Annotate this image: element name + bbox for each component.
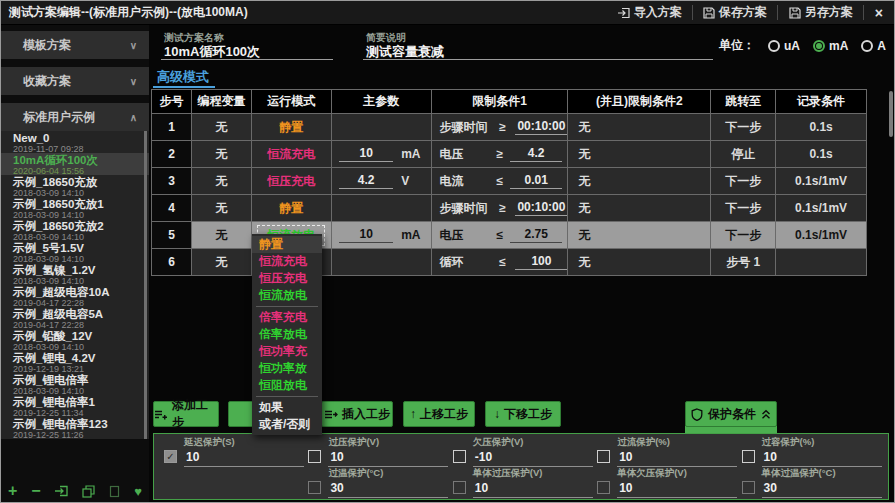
menu-item-如果[interactable]: 如果 [252,399,322,416]
main-param-input[interactable]: 10 [339,227,393,243]
main-param-cell[interactable]: 10mA [332,141,432,168]
plan-list-item[interactable]: 示例_锂电倍率2018-03-09 14:10 [1,373,149,395]
program-variable-cell[interactable]: 无 [192,114,252,141]
limit-condition1-cell[interactable]: 电压≤2.75V [432,222,569,249]
record-condition-cell[interactable] [776,249,867,276]
run-mode-value[interactable]: 静置 [279,200,303,217]
condition-value-input[interactable]: 0.01 [510,173,562,189]
run-mode-cell[interactable]: 静置 [252,195,332,222]
condition-value-input[interactable]: 00:10:00 [515,200,567,216]
titlebar-action-导入方案[interactable]: 导入方案 [607,5,693,20]
main-param-cell[interactable] [332,249,432,276]
jump-to-cell[interactable]: 下一步 [711,195,776,222]
record-condition-cell[interactable]: 0.1s/1mV [776,195,867,222]
plan-list-item[interactable]: 示例_锂电倍率12019-12-25 11:34 [1,395,149,417]
run-mode-cell[interactable]: 恒压充电 [252,168,332,195]
plan-list-item[interactable]: 示例_5号1.5V2018-03-09 14:10 [1,241,149,263]
run-mode-cell[interactable]: 恒流充电 [252,141,332,168]
run-mode-value[interactable]: 静置 [279,119,303,136]
limit-condition2-cell[interactable]: 无 [568,168,711,195]
unit-option-mA[interactable]: mA [813,39,848,53]
main-param-cell[interactable]: 4.2V [332,168,432,195]
checkbox-icon[interactable] [308,481,321,494]
protection-field-input[interactable]: 30 [762,480,882,498]
program-variable-cell[interactable]: 无 [192,195,252,222]
limit-condition1-cell[interactable]: 电压≥4.2V [432,141,569,168]
button-下移工步[interactable]: ↓下移工步 [485,401,561,427]
radio-icon[interactable] [813,40,825,52]
unit-option-uA[interactable]: uA [768,39,800,53]
titlebar-action-保存方案[interactable]: 保存方案 [693,5,778,20]
radio-icon[interactable] [861,40,873,52]
protection-field-input[interactable]: -10 [473,449,593,467]
menu-item-恒流充电[interactable]: 恒流充电 [252,253,322,270]
jump-to-cell[interactable]: 下一步 [711,114,776,141]
condition-value-input[interactable]: 100 [515,254,567,270]
limit-condition2-cell[interactable]: 无 [568,249,711,276]
run-mode-value[interactable]: 恒流充电 [267,146,315,163]
main-param-cell[interactable]: 10mA [332,222,432,249]
menu-item-或者/否则[interactable]: 或者/否则 [252,416,322,433]
radio-icon[interactable] [768,40,780,52]
protection-field-input[interactable]: 10 [762,449,882,467]
unit-option-A[interactable]: A [861,39,886,53]
menu-item-恒压充电[interactable]: 恒压充电 [252,270,322,287]
record-condition-cell[interactable]: 0.1s [776,114,867,141]
condition-value-input[interactable]: 00:10:00 [515,119,567,135]
jump-to-cell[interactable]: 下一步 [711,168,776,195]
limit-condition2-cell[interactable]: 无 [568,141,711,168]
menu-item-恒功率放[interactable]: 恒功率放 [252,360,322,377]
table-scrollbar[interactable] [889,91,893,137]
record-condition-cell[interactable]: 0.1s/1mV [776,168,867,195]
run-mode-value[interactable]: 恒压充电 [267,173,315,190]
plan-list-item[interactable]: 示例_超级电容10A2019-04-17 22:28 [1,285,149,307]
protection-field-input[interactable]: 10 [328,449,448,467]
plan-list-item[interactable]: 示例_18650充放12018-03-09 14:10 [1,197,149,219]
condition-value-input[interactable]: 4.2 [510,146,562,162]
program-variable-cell[interactable]: 无 [192,141,252,168]
record-condition-cell[interactable]: 0.1s/1mV [776,222,867,249]
checkbox-checked-icon[interactable]: ✓ [164,450,177,463]
checkbox-icon[interactable] [453,450,466,463]
close-icon[interactable]: × [864,5,894,21]
checkbox-icon[interactable] [453,481,466,494]
protection-field-input[interactable]: 10 [184,449,304,467]
checkbox-icon[interactable] [308,450,321,463]
limit-condition2-cell[interactable]: 无 [568,114,711,141]
checkbox-icon[interactable] [742,481,755,494]
main-param-input[interactable]: 10 [339,146,393,162]
main-param-cell[interactable] [332,114,432,141]
run-mode-cell[interactable]: 静置 [252,114,332,141]
limit-condition1-cell[interactable]: 电流≤0.01mA [432,168,569,195]
plan-list-item[interactable]: 示例_18650充放22018-03-09 14:10 [1,219,149,241]
menu-item-恒功率充[interactable]: 恒功率充 [252,343,322,360]
checkbox-icon[interactable] [597,481,610,494]
sidebar-section-收藏方案[interactable]: 收藏方案∨ [1,67,149,95]
program-variable-cell[interactable]: 无 [192,168,252,195]
limit-condition2-cell[interactable]: 无 [568,195,711,222]
limit-condition1-cell[interactable]: 步骤时间≥00:10:00 [432,195,569,222]
plan-list-item[interactable]: 示例_铅酸_12V2018-03-09 14:10 [1,329,149,351]
menu-item-恒流放电[interactable]: 恒流放电 [252,287,322,304]
protection-toggle-button[interactable]: 保护条件 [685,401,777,427]
button-上移工步[interactable]: ↑上移工步 [403,401,475,427]
plan-list-item[interactable]: 示例_超级电容5A2019-04-17 22:28 [1,307,149,329]
limit-condition1-cell[interactable]: 循环≤100 [432,249,569,276]
plan-list-item[interactable]: 示例_锂电倍率1232019-12-25 11:26 [1,417,149,439]
limit-condition2-cell[interactable]: 无 [568,222,711,249]
plan-list-item[interactable]: New_02019-11-07 09:28 [1,131,149,153]
menu-item-倍率放电[interactable]: 倍率放电 [252,326,322,343]
plan-list-item[interactable]: 示例_氢镍_1.2V2018-03-09 14:10 [1,263,149,285]
checkbox-icon[interactable] [742,450,755,463]
button-插入工步[interactable]: 插入工步 [321,401,393,427]
program-variable-cell[interactable]: 无 [192,222,252,249]
plan-list-item[interactable]: 示例_锂电_4.2V2019-12-19 13:21 [1,351,149,373]
protection-field-input[interactable]: 10 [617,480,737,498]
main-param-cell[interactable] [332,195,432,222]
protection-field-input[interactable]: 30 [328,480,448,498]
limit-condition1-cell[interactable]: 步骤时间≥00:10:00 [432,114,569,141]
protection-field-input[interactable]: 10 [617,449,737,467]
plan-list-item[interactable]: 示例_18650充放2018-03-09 14:10 [1,175,149,197]
condition-value-input[interactable]: 2.75 [510,227,562,243]
main-param-input[interactable]: 4.2 [339,173,393,189]
